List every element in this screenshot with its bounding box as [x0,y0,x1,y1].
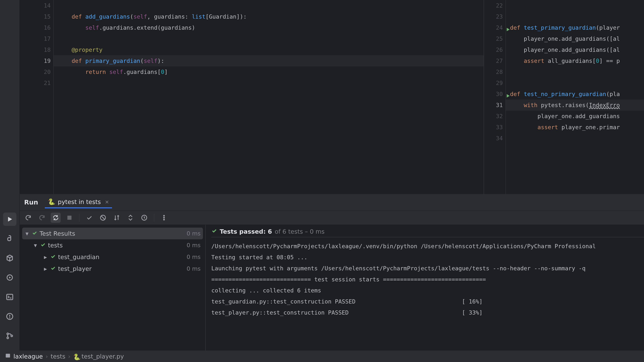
svg-point-15 [164,217,164,218]
chevron-down-icon[interactable]: ▾ [24,230,30,237]
console-line: test_player.py::test_construction PASSED… [211,307,644,318]
test-history-button[interactable] [139,213,149,223]
python-console-button[interactable] [3,232,16,245]
chevron-right-icon[interactable]: ▸ [43,265,48,272]
pass-icon [50,254,56,260]
breadcrumb-bar[interactable]: laxleague › tests › 🐍 test_player.py [0,351,644,362]
terminal-button[interactable] [3,290,16,304]
svg-point-8 [11,335,12,337]
vcs-button[interactable] [3,329,16,343]
svg-rect-17 [6,354,10,358]
run-tool-window: Run 🐍 pytest in tests × ▾ Test Results 0… [20,194,644,351]
rerun-failed-button[interactable] [37,213,47,223]
tree-node-duration: 0 ms [187,242,200,249]
show-ignored-button[interactable] [98,213,108,223]
tests-passed-prefix: Tests passed: [220,228,266,235]
tree-root-duration: 0 ms [187,230,200,237]
tree-node-test-guardian[interactable]: ▸ test_guardian 0 ms [22,251,203,263]
console-line: Launching pytest with arguments /Users/h… [211,263,644,274]
project-icon [5,353,11,360]
run-tabs-bar: Run 🐍 pytest in tests × [20,194,644,211]
editor-right-pane[interactable]: 22 23 24 25 26 27 28 29 30 31 32 33 34 d… [484,0,644,194]
test-results-tree[interactable]: ▾ Test Results 0 ms ▾ tests 0 ms ▸ test_… [20,225,206,351]
editor-split: 14 15 16 17 18 19 20 21 def add_guardian… [20,0,644,194]
chevron-right-icon[interactable]: ▸ [43,254,48,260]
console-line: ============================= test sessi… [211,274,644,285]
crumb-project[interactable]: laxleague [14,353,43,360]
svg-rect-11 [68,216,71,219]
tests-passed-suffix: of 6 tests – 0 ms [275,228,324,235]
run-toolbar [20,211,644,225]
svg-marker-2 [9,277,11,279]
tests-passed-bar: Tests passed: 6 of 6 tests – 0 ms [211,227,644,237]
pass-icon [40,242,46,249]
chevron-right-icon: › [46,353,48,360]
console-line: test_guardian.py::test_construction PASS… [211,296,644,307]
tree-node-label: tests [48,242,63,249]
console-line: collecting ... collected 6 items [211,285,644,296]
tree-root-test-results[interactable]: ▾ Test Results 0 ms [22,228,203,239]
pass-icon [32,230,37,237]
pass-icon [50,265,56,272]
tool-window-strip [0,0,20,351]
console-line: /Users/helenscott/PycharmProjects/laxlea… [211,241,644,252]
tree-node-tests[interactable]: ▾ tests 0 ms [22,239,203,251]
sort-button[interactable] [112,213,122,223]
problems-button[interactable] [3,310,16,323]
svg-marker-0 [8,217,12,222]
tree-node-label: test_player [58,265,92,272]
code-left[interactable]: def add_guardians(self, guardians: list[… [54,0,484,194]
pass-icon [211,228,217,235]
editor-left-pane[interactable]: 14 15 16 17 18 19 20 21 def add_guardian… [20,0,484,194]
tests-passed-count: 6 [268,228,272,235]
expand-all-button[interactable] [126,213,136,223]
gutter-right: 22 23 24 25 26 27 28 29 30 31 32 33 34 [484,0,506,194]
svg-point-5 [10,318,10,318]
svg-point-16 [164,219,164,220]
code-right[interactable]: def test_primary_guardian(player player_… [506,0,644,194]
svg-rect-3 [7,294,13,300]
python-file-icon: 🐍 [73,354,79,359]
tree-root-label: Test Results [40,230,75,237]
svg-point-7 [7,337,8,339]
console-line: Testing started at 08:05 ... [211,252,644,263]
rerun-button[interactable] [23,213,33,223]
tree-node-label: test_guardian [58,254,100,260]
chevron-right-icon: › [68,353,70,360]
svg-point-6 [7,333,8,335]
more-actions-button[interactable] [159,213,169,223]
crumb-file[interactable]: test_player.py [82,353,124,360]
show-passed-button[interactable] [84,213,94,223]
tree-node-duration: 0 ms [187,254,200,260]
run-config-label: pytest in tests [58,198,101,205]
gutter-left: 14 15 16 17 18 19 20 21 [20,0,54,194]
pytest-icon: 🐍 [48,198,55,205]
tree-node-duration: 0 ms [187,265,200,272]
test-console-output[interactable]: Tests passed: 6 of 6 tests – 0 ms /Users… [206,225,644,351]
run-config-tab[interactable]: 🐍 pytest in tests × [45,196,112,208]
run-toolwindow-button[interactable] [3,213,16,226]
crumb-folder[interactable]: tests [51,353,66,360]
toggle-auto-test-button[interactable] [51,213,61,223]
chevron-down-icon[interactable]: ▾ [33,242,38,249]
stop-button[interactable] [64,213,74,223]
services-button[interactable] [3,271,16,284]
tree-node-test-player[interactable]: ▸ test_player 0 ms [22,263,203,275]
close-tab-icon[interactable]: × [105,199,109,205]
run-title: Run [24,199,38,206]
python-packages-button[interactable] [3,251,16,265]
svg-point-14 [164,215,164,216]
